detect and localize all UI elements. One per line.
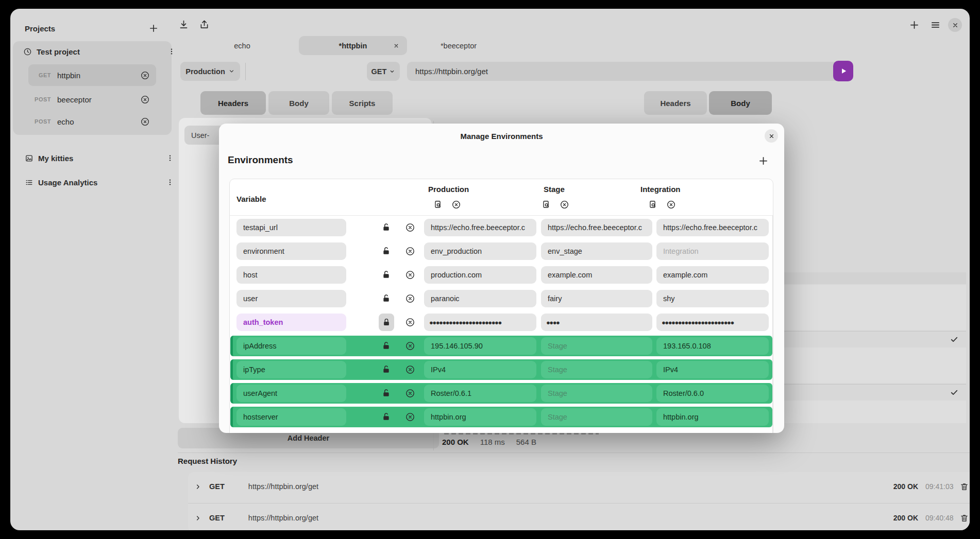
variable-name-input[interactable] xyxy=(236,385,346,402)
method-selector-button[interactable]: GET xyxy=(367,62,400,81)
lock-open-icon[interactable] xyxy=(381,412,391,422)
environment-preview-icon[interactable] xyxy=(648,200,658,210)
delete-variable-icon[interactable] xyxy=(405,293,415,304)
delete-variable-icon[interactable] xyxy=(405,270,415,280)
variable-name-input[interactable] xyxy=(236,314,346,331)
trash-icon[interactable] xyxy=(959,482,969,492)
delete-variable-icon[interactable] xyxy=(405,317,415,327)
environment-preview-icon[interactable] xyxy=(433,200,443,210)
delete-variable-icon[interactable] xyxy=(405,364,415,375)
remove-request-icon[interactable] xyxy=(140,95,150,105)
project-name[interactable]: Test project xyxy=(37,47,80,56)
env-value-input-integration[interactable] xyxy=(656,361,769,378)
history-row[interactable]: GET https://httpbin.org/get 200 OK 09:41… xyxy=(188,472,970,501)
response-tab-headers[interactable]: Headers xyxy=(644,91,707,115)
env-value-input-integration[interactable] xyxy=(656,314,769,331)
lock-open-icon[interactable] xyxy=(381,222,391,232)
project-menu-icon[interactable] xyxy=(166,154,174,162)
variable-name-input[interactable] xyxy=(236,266,346,284)
variable-name-input[interactable] xyxy=(236,219,346,236)
env-value-input-stage[interactable] xyxy=(541,219,652,236)
new-tab-icon[interactable] xyxy=(909,20,920,30)
delete-variable-icon[interactable] xyxy=(405,246,415,256)
secret-lock-button[interactable] xyxy=(379,314,394,331)
env-value-input-stage[interactable] xyxy=(541,290,652,307)
remove-request-icon[interactable] xyxy=(140,117,150,127)
variable-name-input[interactable] xyxy=(236,337,346,355)
modal-close-button[interactable] xyxy=(765,129,778,143)
delete-variable-icon[interactable] xyxy=(405,388,415,398)
env-value-input-production[interactable] xyxy=(424,337,536,355)
lock-open-icon[interactable] xyxy=(381,293,391,303)
project-menu-icon[interactable] xyxy=(167,47,176,56)
sidebar-request-beeceptor[interactable]: POST beeceptor xyxy=(28,89,156,110)
env-value-input-stage[interactable] xyxy=(541,337,652,355)
table-scroll-divider[interactable] xyxy=(772,216,773,433)
close-tab-icon[interactable] xyxy=(393,43,399,49)
lock-open-icon[interactable] xyxy=(381,246,391,256)
sidebar-request-httpbin[interactable]: GET httpbin xyxy=(28,64,156,86)
tab-httpbin[interactable]: *httpbin xyxy=(299,36,407,55)
env-value-input-integration[interactable] xyxy=(656,408,769,426)
sidebar-request-echo[interactable]: POST echo xyxy=(28,111,156,132)
lock-open-icon[interactable] xyxy=(381,341,391,351)
env-value-input-production[interactable] xyxy=(424,385,536,402)
env-value-input-stage[interactable] xyxy=(541,385,652,402)
add-project-icon[interactable] xyxy=(148,23,159,33)
response-tab-body[interactable]: Body xyxy=(709,91,772,115)
request-tab-body[interactable]: Body xyxy=(268,91,329,115)
env-value-input-production[interactable] xyxy=(424,408,536,426)
env-value-input-integration[interactable] xyxy=(656,219,769,236)
request-tab-headers[interactable]: Headers xyxy=(200,91,266,115)
request-tab-scripts[interactable]: Scripts xyxy=(332,91,393,115)
send-request-button[interactable] xyxy=(833,61,853,81)
env-value-input-stage[interactable] xyxy=(541,242,652,260)
variable-name-input[interactable] xyxy=(236,290,346,307)
env-value-input-stage[interactable] xyxy=(541,361,652,378)
environment-preview-icon[interactable] xyxy=(542,200,551,210)
export-share-icon[interactable] xyxy=(199,19,210,30)
env-value-input-integration[interactable] xyxy=(656,242,769,260)
env-value-input-stage[interactable] xyxy=(541,408,652,426)
tab-beeceptor[interactable]: *beeceptor xyxy=(417,36,500,55)
env-value-input-stage[interactable] xyxy=(541,314,652,331)
env-value-input-production[interactable] xyxy=(424,266,536,284)
env-value-input-production[interactable] xyxy=(424,361,536,378)
chevron-right-icon[interactable] xyxy=(194,483,202,491)
env-value-input-integration[interactable] xyxy=(656,385,769,402)
trash-icon[interactable] xyxy=(959,513,969,523)
environment-delete-icon[interactable] xyxy=(451,200,461,210)
lock-open-icon[interactable] xyxy=(381,388,391,398)
menu-hamburger-icon[interactable] xyxy=(930,20,941,30)
sidebar-item-my-kitties[interactable]: My kitties xyxy=(13,149,183,167)
remove-request-icon[interactable] xyxy=(140,71,150,80)
sidebar-item-usage-analytics[interactable]: Usage Analytics xyxy=(13,173,183,192)
url-input[interactable] xyxy=(407,62,839,81)
delete-variable-icon[interactable] xyxy=(405,341,415,351)
tab-echo[interactable]: echo xyxy=(216,36,268,55)
lock-open-icon[interactable] xyxy=(381,270,391,280)
add-environment-icon[interactable] xyxy=(758,155,769,166)
environment-delete-icon[interactable] xyxy=(560,200,569,210)
env-value-input-production[interactable] xyxy=(424,290,536,307)
history-row[interactable]: GET https://httpbin.org/get 200 OK 09:40… xyxy=(188,503,970,530)
variable-name-input[interactable] xyxy=(236,408,346,426)
import-download-icon[interactable] xyxy=(178,19,189,30)
env-value-input-production[interactable] xyxy=(424,314,536,331)
chevron-right-icon[interactable] xyxy=(194,514,202,522)
delete-variable-icon[interactable] xyxy=(405,412,415,422)
variable-name-input[interactable] xyxy=(236,242,346,260)
environment-delete-icon[interactable] xyxy=(666,200,676,210)
env-value-input-integration[interactable] xyxy=(656,337,769,355)
env-value-input-production[interactable] xyxy=(424,242,536,260)
env-value-input-integration[interactable] xyxy=(656,266,769,284)
delete-variable-icon[interactable] xyxy=(405,222,415,233)
lock-open-icon[interactable] xyxy=(381,364,391,374)
variable-name-input[interactable] xyxy=(236,361,346,378)
env-value-input-production[interactable] xyxy=(424,219,536,236)
window-close-button[interactable] xyxy=(948,18,962,32)
project-menu-icon[interactable] xyxy=(166,178,174,186)
environment-selector-button[interactable]: Production xyxy=(180,62,240,81)
env-value-input-integration[interactable] xyxy=(656,290,769,307)
env-value-input-stage[interactable] xyxy=(541,266,652,284)
